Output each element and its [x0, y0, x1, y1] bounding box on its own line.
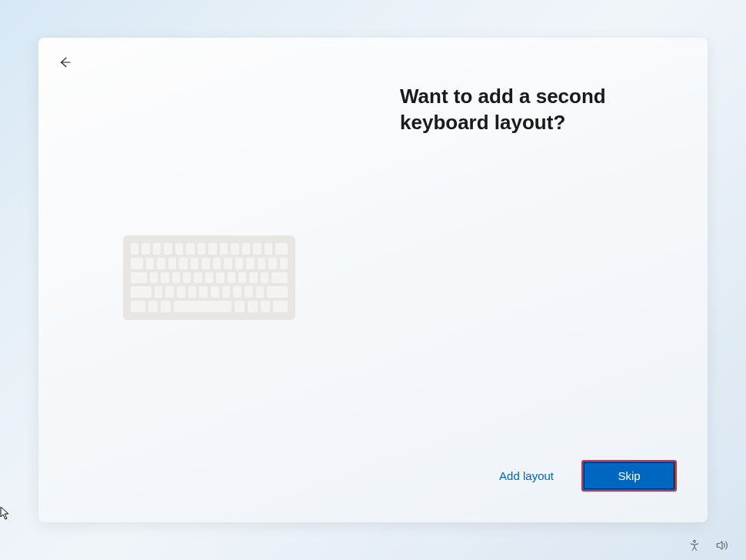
accessibility-icon[interactable]	[688, 538, 703, 554]
add-layout-button[interactable]: Add layout	[490, 463, 563, 488]
svg-point-0	[694, 540, 696, 542]
volume-icon[interactable]	[715, 538, 731, 554]
setup-card: Want to add a second keyboard layout? Ad…	[38, 38, 708, 522]
keyboard-icon	[123, 235, 295, 320]
action-buttons: Add layout Skip	[490, 460, 677, 492]
back-arrow-icon	[58, 55, 72, 72]
system-tray	[688, 538, 731, 554]
skip-button[interactable]: Skip	[581, 460, 677, 492]
mouse-cursor-icon	[0, 506, 12, 518]
page-title: Want to add a second keyboard layout?	[400, 84, 669, 136]
back-button[interactable]	[55, 55, 74, 73]
